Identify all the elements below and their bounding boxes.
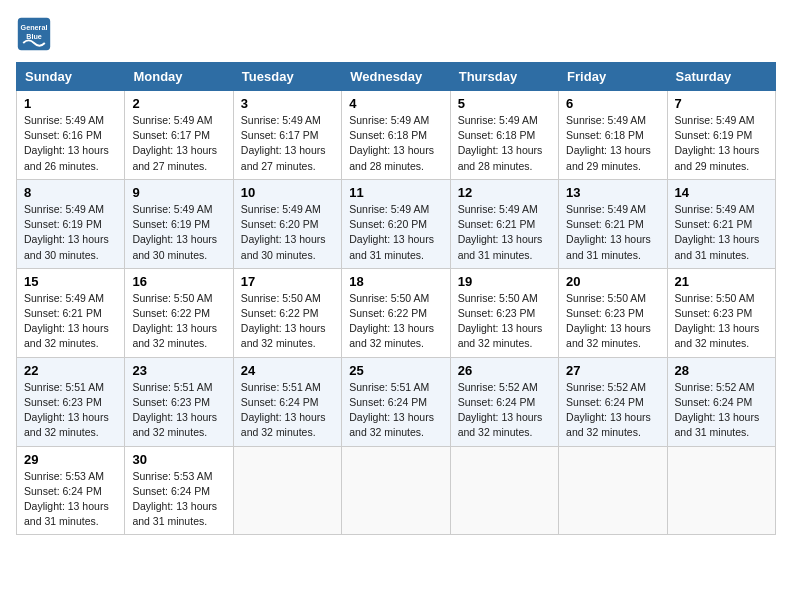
calendar-week-row: 15Sunrise: 5:49 AMSunset: 6:21 PMDayligh…: [17, 268, 776, 357]
day-number: 4: [349, 96, 442, 111]
calendar-cell: 18Sunrise: 5:50 AMSunset: 6:22 PMDayligh…: [342, 268, 450, 357]
calendar-cell: 12Sunrise: 5:49 AMSunset: 6:21 PMDayligh…: [450, 179, 558, 268]
day-info: Sunrise: 5:49 AMSunset: 6:19 PMDaylight:…: [132, 202, 225, 263]
calendar-cell: 10Sunrise: 5:49 AMSunset: 6:20 PMDayligh…: [233, 179, 341, 268]
day-info: Sunrise: 5:50 AMSunset: 6:22 PMDaylight:…: [349, 291, 442, 352]
day-number: 16: [132, 274, 225, 289]
calendar-cell: [559, 446, 667, 535]
day-info: Sunrise: 5:49 AMSunset: 6:16 PMDaylight:…: [24, 113, 117, 174]
calendar-cell: [233, 446, 341, 535]
day-number: 2: [132, 96, 225, 111]
day-number: 26: [458, 363, 551, 378]
calendar-cell: 13Sunrise: 5:49 AMSunset: 6:21 PMDayligh…: [559, 179, 667, 268]
day-info: Sunrise: 5:50 AMSunset: 6:23 PMDaylight:…: [675, 291, 768, 352]
day-number: 23: [132, 363, 225, 378]
day-info: Sunrise: 5:50 AMSunset: 6:23 PMDaylight:…: [566, 291, 659, 352]
day-info: Sunrise: 5:53 AMSunset: 6:24 PMDaylight:…: [24, 469, 117, 530]
day-number: 22: [24, 363, 117, 378]
calendar-cell: 7Sunrise: 5:49 AMSunset: 6:19 PMDaylight…: [667, 91, 775, 180]
logo: General Blue: [16, 16, 56, 52]
day-number: 3: [241, 96, 334, 111]
day-number: 10: [241, 185, 334, 200]
day-info: Sunrise: 5:51 AMSunset: 6:24 PMDaylight:…: [349, 380, 442, 441]
day-info: Sunrise: 5:50 AMSunset: 6:23 PMDaylight:…: [458, 291, 551, 352]
calendar-cell: 5Sunrise: 5:49 AMSunset: 6:18 PMDaylight…: [450, 91, 558, 180]
calendar-cell: [450, 446, 558, 535]
page-header: General Blue: [16, 16, 776, 52]
day-info: Sunrise: 5:52 AMSunset: 6:24 PMDaylight:…: [675, 380, 768, 441]
calendar-table: SundayMondayTuesdayWednesdayThursdayFrid…: [16, 62, 776, 535]
day-info: Sunrise: 5:49 AMSunset: 6:19 PMDaylight:…: [675, 113, 768, 174]
day-number: 12: [458, 185, 551, 200]
calendar-cell: 9Sunrise: 5:49 AMSunset: 6:19 PMDaylight…: [125, 179, 233, 268]
day-number: 29: [24, 452, 117, 467]
day-info: Sunrise: 5:49 AMSunset: 6:18 PMDaylight:…: [566, 113, 659, 174]
calendar-cell: 20Sunrise: 5:50 AMSunset: 6:23 PMDayligh…: [559, 268, 667, 357]
day-number: 27: [566, 363, 659, 378]
calendar-day-header: Monday: [125, 63, 233, 91]
calendar-cell: 27Sunrise: 5:52 AMSunset: 6:24 PMDayligh…: [559, 357, 667, 446]
day-number: 19: [458, 274, 551, 289]
calendar-cell: 8Sunrise: 5:49 AMSunset: 6:19 PMDaylight…: [17, 179, 125, 268]
calendar-cell: 16Sunrise: 5:50 AMSunset: 6:22 PMDayligh…: [125, 268, 233, 357]
calendar-cell: 4Sunrise: 5:49 AMSunset: 6:18 PMDaylight…: [342, 91, 450, 180]
day-info: Sunrise: 5:49 AMSunset: 6:19 PMDaylight:…: [24, 202, 117, 263]
day-info: Sunrise: 5:49 AMSunset: 6:18 PMDaylight:…: [349, 113, 442, 174]
day-info: Sunrise: 5:49 AMSunset: 6:20 PMDaylight:…: [241, 202, 334, 263]
calendar-cell: 6Sunrise: 5:49 AMSunset: 6:18 PMDaylight…: [559, 91, 667, 180]
calendar-cell: 11Sunrise: 5:49 AMSunset: 6:20 PMDayligh…: [342, 179, 450, 268]
day-number: 11: [349, 185, 442, 200]
day-number: 25: [349, 363, 442, 378]
calendar-cell: 2Sunrise: 5:49 AMSunset: 6:17 PMDaylight…: [125, 91, 233, 180]
day-number: 15: [24, 274, 117, 289]
calendar-day-header: Saturday: [667, 63, 775, 91]
day-info: Sunrise: 5:51 AMSunset: 6:24 PMDaylight:…: [241, 380, 334, 441]
day-info: Sunrise: 5:50 AMSunset: 6:22 PMDaylight:…: [132, 291, 225, 352]
calendar-cell: [667, 446, 775, 535]
calendar-cell: [342, 446, 450, 535]
calendar-cell: 19Sunrise: 5:50 AMSunset: 6:23 PMDayligh…: [450, 268, 558, 357]
calendar-day-header: Wednesday: [342, 63, 450, 91]
calendar-day-header: Friday: [559, 63, 667, 91]
svg-text:General: General: [21, 23, 48, 32]
day-info: Sunrise: 5:52 AMSunset: 6:24 PMDaylight:…: [458, 380, 551, 441]
logo-icon: General Blue: [16, 16, 52, 52]
day-info: Sunrise: 5:49 AMSunset: 6:17 PMDaylight:…: [132, 113, 225, 174]
calendar-week-row: 8Sunrise: 5:49 AMSunset: 6:19 PMDaylight…: [17, 179, 776, 268]
calendar-cell: 22Sunrise: 5:51 AMSunset: 6:23 PMDayligh…: [17, 357, 125, 446]
calendar-cell: 21Sunrise: 5:50 AMSunset: 6:23 PMDayligh…: [667, 268, 775, 357]
calendar-cell: 23Sunrise: 5:51 AMSunset: 6:23 PMDayligh…: [125, 357, 233, 446]
calendar-cell: 3Sunrise: 5:49 AMSunset: 6:17 PMDaylight…: [233, 91, 341, 180]
calendar-week-row: 29Sunrise: 5:53 AMSunset: 6:24 PMDayligh…: [17, 446, 776, 535]
calendar-body: 1Sunrise: 5:49 AMSunset: 6:16 PMDaylight…: [17, 91, 776, 535]
day-number: 24: [241, 363, 334, 378]
day-number: 9: [132, 185, 225, 200]
day-info: Sunrise: 5:49 AMSunset: 6:21 PMDaylight:…: [675, 202, 768, 263]
day-number: 21: [675, 274, 768, 289]
day-info: Sunrise: 5:53 AMSunset: 6:24 PMDaylight:…: [132, 469, 225, 530]
day-number: 13: [566, 185, 659, 200]
day-number: 28: [675, 363, 768, 378]
calendar-week-row: 1Sunrise: 5:49 AMSunset: 6:16 PMDaylight…: [17, 91, 776, 180]
day-info: Sunrise: 5:49 AMSunset: 6:21 PMDaylight:…: [458, 202, 551, 263]
calendar-cell: 1Sunrise: 5:49 AMSunset: 6:16 PMDaylight…: [17, 91, 125, 180]
calendar-cell: 30Sunrise: 5:53 AMSunset: 6:24 PMDayligh…: [125, 446, 233, 535]
day-number: 6: [566, 96, 659, 111]
day-info: Sunrise: 5:49 AMSunset: 6:18 PMDaylight:…: [458, 113, 551, 174]
day-info: Sunrise: 5:50 AMSunset: 6:22 PMDaylight:…: [241, 291, 334, 352]
day-number: 14: [675, 185, 768, 200]
day-number: 8: [24, 185, 117, 200]
calendar-cell: 29Sunrise: 5:53 AMSunset: 6:24 PMDayligh…: [17, 446, 125, 535]
calendar-cell: 17Sunrise: 5:50 AMSunset: 6:22 PMDayligh…: [233, 268, 341, 357]
day-info: Sunrise: 5:49 AMSunset: 6:21 PMDaylight:…: [566, 202, 659, 263]
day-number: 17: [241, 274, 334, 289]
calendar-cell: 14Sunrise: 5:49 AMSunset: 6:21 PMDayligh…: [667, 179, 775, 268]
calendar-cell: 15Sunrise: 5:49 AMSunset: 6:21 PMDayligh…: [17, 268, 125, 357]
calendar-week-row: 22Sunrise: 5:51 AMSunset: 6:23 PMDayligh…: [17, 357, 776, 446]
day-number: 5: [458, 96, 551, 111]
calendar-day-header: Thursday: [450, 63, 558, 91]
day-info: Sunrise: 5:49 AMSunset: 6:17 PMDaylight:…: [241, 113, 334, 174]
calendar-cell: 24Sunrise: 5:51 AMSunset: 6:24 PMDayligh…: [233, 357, 341, 446]
calendar-cell: 28Sunrise: 5:52 AMSunset: 6:24 PMDayligh…: [667, 357, 775, 446]
day-info: Sunrise: 5:51 AMSunset: 6:23 PMDaylight:…: [132, 380, 225, 441]
